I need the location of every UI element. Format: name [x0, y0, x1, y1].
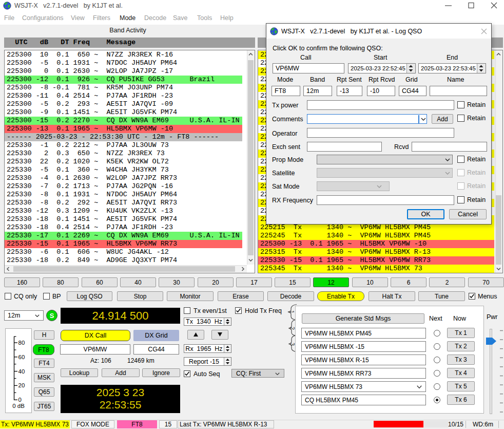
svg-text:40: 40	[18, 368, 25, 375]
svg-text:80: 80	[18, 340, 25, 346]
svg-text:20: 20	[18, 382, 25, 388]
svg-text:0 dB: 0 dB	[12, 403, 25, 409]
svg-text:60: 60	[18, 354, 25, 360]
svg-text:0: 0	[18, 397, 22, 403]
